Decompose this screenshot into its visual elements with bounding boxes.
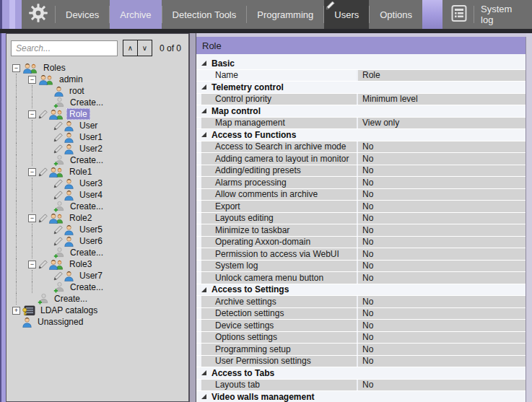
tree-node-create-19[interactable]: Create... — [12, 281, 188, 293]
tree-node-role3-17[interactable]: −Role3 — [12, 258, 188, 270]
property-value-adding-editing-presets[interactable]: No — [358, 165, 526, 177]
users-group-icon — [48, 167, 64, 178]
property-value-map-management[interactable]: View only — [358, 118, 526, 129]
tree-node-user2-7[interactable]: User2 — [12, 143, 188, 154]
property-value-detection-settings[interactable]: No — [358, 308, 526, 320]
tree-node-user5-14[interactable]: User5 — [12, 224, 188, 235]
tab-detection-tools[interactable]: Detection Tools — [162, 0, 247, 29]
section-header-access-to-settings[interactable]: Access to Settings — [196, 284, 526, 297]
property-value-programming-setup[interactable]: No — [358, 344, 526, 355]
property-value-name[interactable]: Role — [358, 70, 526, 82]
panel-splitter[interactable] — [189, 33, 196, 402]
tree-node-create-16[interactable]: Create... — [12, 247, 188, 258]
pencil-icon — [53, 237, 63, 246]
collapse-triangle-icon[interactable] — [201, 394, 206, 399]
user-tree-panel: ∧ ∨ 0 of 0 −Roles−adminrootCreate...−Rol… — [6, 33, 189, 402]
expand-icon[interactable]: + — [12, 307, 20, 315]
tree-node-create-8[interactable]: Create... — [12, 154, 188, 166]
system-log-button[interactable]: System log — [442, 0, 532, 29]
collapse-icon[interactable]: − — [28, 76, 36, 84]
tree-node-role2-13[interactable]: −Role2 — [12, 212, 188, 224]
user-icon — [64, 144, 74, 154]
users-group-icon — [48, 259, 64, 270]
collapse-triangle-icon[interactable] — [201, 132, 206, 137]
property-label: Adding camera to layout in monitor — [201, 153, 358, 165]
tab-programming[interactable]: Programming — [247, 0, 323, 29]
settings-gear-button[interactable] — [22, 0, 55, 29]
property-value-layouts-editing[interactable]: No — [358, 213, 526, 224]
tree-node-root-2[interactable]: root — [12, 85, 188, 97]
tab-archive[interactable]: Archive — [110, 0, 161, 29]
collapse-icon[interactable]: − — [28, 110, 36, 118]
property-value-archive-settings[interactable]: No — [358, 296, 526, 307]
property-label: Adding/editing presets — [201, 165, 358, 177]
property-value-system-log[interactable]: No — [358, 261, 526, 272]
section-header-telemetry-control[interactable]: Telemetry control — [196, 82, 526, 94]
tree-guide-line — [28, 97, 44, 108]
tree-guide-line — [28, 189, 44, 201]
tab-devices[interactable]: Devices — [56, 0, 109, 29]
tree-guide-line — [12, 224, 28, 235]
tree-node-create-3[interactable]: Create... — [12, 97, 188, 108]
collapse-triangle-icon[interactable] — [201, 84, 206, 89]
tree-node-create-12[interactable]: Create... — [12, 201, 188, 212]
collapse-icon[interactable]: − — [28, 214, 36, 222]
content-area: ∧ ∨ 0 of 0 −Roles−adminrootCreate...−Rol… — [0, 33, 532, 402]
property-value-device-settings[interactable]: No — [358, 320, 526, 331]
collapse-triangle-icon[interactable] — [201, 370, 206, 375]
property-value-access-to-search-in-archive-mode[interactable]: No — [358, 141, 526, 153]
collapse-triangle-icon[interactable] — [201, 108, 206, 113]
tree-node-ldap-catalogs-21[interactable]: +LDAP catalogs — [12, 305, 188, 316]
property-value-options-settings[interactable]: No — [358, 332, 526, 344]
property-value-adding-camera-to-layout-in-monitor[interactable]: No — [358, 153, 526, 165]
collapse-icon[interactable]: − — [12, 64, 20, 72]
property-value-layouts-tab[interactable]: No — [358, 380, 526, 391]
property-value-control-priority[interactable]: Minimum level — [358, 94, 526, 105]
tree-node-admin-1[interactable]: −admin — [12, 74, 188, 85]
tab-options[interactable]: Options — [370, 0, 422, 29]
tree-node-user6-15[interactable]: User6 — [12, 235, 188, 247]
tree-node-user3-10[interactable]: User3 — [12, 178, 188, 189]
section-header-access-to-tabs[interactable]: Access to Tabs — [196, 367, 526, 380]
property-label: Export — [201, 201, 358, 212]
property-label: Programming setup — [201, 344, 358, 355]
property-value-user-permission-settings[interactable]: No — [358, 356, 526, 367]
search-input[interactable] — [11, 40, 118, 56]
collapse-triangle-icon[interactable] — [201, 61, 206, 66]
section-header-access-to-functions[interactable]: Access to Functions — [196, 129, 526, 141]
property-label: Allow comments in archive — [201, 189, 358, 201]
section-title: Map control — [212, 106, 261, 116]
tree-guide-line — [28, 235, 44, 247]
tree-node-roles-0[interactable]: −Roles — [12, 62, 188, 74]
chevron-down-icon[interactable]: ∨ — [137, 40, 152, 56]
tree-node-user4-11[interactable]: User4 — [12, 189, 188, 201]
user-icon — [64, 121, 74, 131]
tree-node-create-20[interactable]: Create... — [12, 293, 188, 305]
tree-node-role1-9[interactable]: −Role1 — [12, 166, 188, 178]
property-value-operating-axxon-domain[interactable]: No — [358, 237, 526, 248]
user-add-icon — [53, 201, 65, 212]
section-header-map-control[interactable]: Map control — [196, 105, 526, 118]
property-value-permission-to-access-via-webui[interactable]: No — [358, 248, 526, 260]
collapse-icon[interactable]: − — [28, 261, 36, 268]
property-value-allow-comments-in-archive[interactable]: No — [358, 189, 526, 201]
tree-node-user1-6[interactable]: User1 — [12, 131, 188, 143]
tree-node-unassigned-22[interactable]: Unassigned — [12, 316, 188, 328]
property-value-export[interactable]: No — [358, 201, 526, 212]
tab-users[interactable]: Users — [324, 0, 369, 29]
tree-node-user-5[interactable]: User — [12, 120, 188, 131]
tree-node-role-4[interactable]: −Role — [12, 108, 188, 120]
property-value-unlock-camera-menu-button[interactable]: No — [358, 272, 526, 284]
section-header-video-walls-management[interactable]: Video walls management — [196, 391, 526, 402]
tree-guide-line — [12, 281, 28, 293]
section-title: Access to Tabs — [212, 368, 274, 378]
chevron-up-icon[interactable]: ∧ — [123, 40, 138, 56]
collapse-triangle-icon[interactable] — [201, 287, 206, 292]
section-header-basic[interactable]: Basic — [196, 58, 526, 70]
tree-guide-line — [28, 131, 44, 143]
property-value-minimize-to-taskbar[interactable]: No — [358, 224, 526, 236]
tree-node-user7-18[interactable]: User7 — [12, 270, 188, 281]
property-value-alarms-processing[interactable]: No — [358, 177, 526, 188]
tree-node-label: Create... — [51, 293, 90, 305]
collapse-icon[interactable]: − — [28, 168, 36, 176]
